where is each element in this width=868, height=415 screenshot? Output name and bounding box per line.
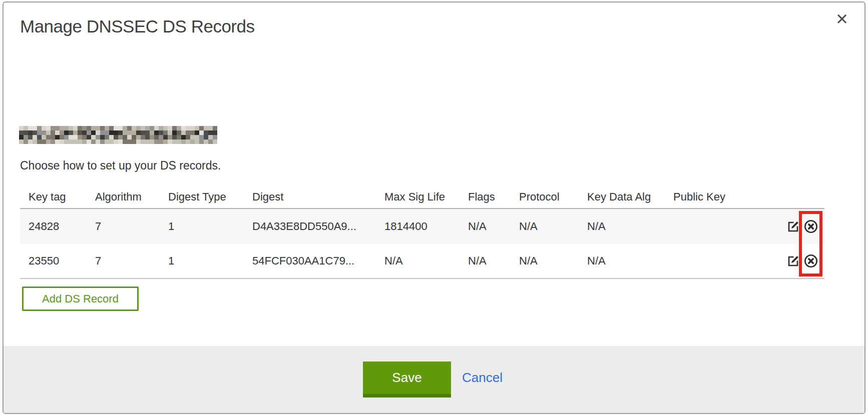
col-header-public-key: Public Key	[673, 190, 751, 204]
cell-max-sig-life: 1814400	[384, 220, 468, 233]
cell-algorithm: 7	[95, 220, 168, 233]
cell-protocol: N/A	[519, 254, 587, 268]
cell-flags: N/A	[468, 220, 519, 233]
col-header-key-tag: Key tag	[29, 190, 95, 204]
ds-records-table: Key tag Algorithm Digest Type Digest Max…	[20, 186, 824, 279]
cell-key-tag: 24828	[29, 220, 95, 233]
cell-digest-type: 1	[168, 220, 252, 233]
domain-name-redacted	[19, 126, 217, 144]
edit-icon[interactable]	[787, 220, 799, 232]
col-header-digest-type: Digest Type	[168, 190, 252, 204]
manage-dnssec-dialog: Manage DNSSEC DS Records ✕ Choose how to…	[3, 2, 865, 414]
cell-key-data-alg: N/A	[587, 220, 673, 233]
dialog-footer: Save Cancel	[4, 346, 864, 413]
cell-digest: 54FCF030AA1C79...	[252, 254, 384, 268]
edit-icon[interactable]	[787, 255, 799, 267]
cell-digest-type: 1	[168, 254, 252, 268]
add-ds-record-button[interactable]: Add DS Record	[22, 286, 139, 311]
col-header-key-data-alg: Key Data Alg	[587, 190, 673, 204]
col-header-max-sig-life: Max Sig Life	[384, 190, 468, 204]
col-header-algorithm: Algorithm	[95, 190, 168, 204]
instruction-text: Choose how to set up your DS records.	[20, 159, 221, 172]
col-header-flags: Flags	[468, 190, 519, 204]
circled-x-icon[interactable]	[803, 254, 818, 268]
dialog-title: Manage DNSSEC DS Records	[20, 16, 254, 36]
cell-flags: N/A	[468, 254, 519, 268]
cell-key-data-alg: N/A	[587, 254, 673, 268]
col-header-digest: Digest	[252, 190, 384, 204]
cell-digest: D4A33E8DD550A9...	[252, 220, 384, 233]
close-icon[interactable]: ✕	[835, 12, 848, 27]
cell-key-tag: 23550	[29, 254, 95, 268]
circled-x-icon[interactable]	[803, 219, 818, 234]
table-row: 23550 7 1 54FCF030AA1C79... N/A N/A N/A …	[20, 244, 824, 279]
table-row: 24828 7 1 D4A33E8DD550A9... 1814400 N/A …	[20, 209, 824, 244]
cell-max-sig-life: N/A	[384, 254, 468, 268]
save-button[interactable]: Save	[363, 362, 451, 398]
cancel-link[interactable]: Cancel	[462, 362, 503, 394]
col-header-protocol: Protocol	[519, 190, 587, 204]
cell-algorithm: 7	[95, 254, 168, 268]
table-header-row: Key tag Algorithm Digest Type Digest Max…	[20, 186, 824, 209]
cell-protocol: N/A	[519, 220, 587, 233]
